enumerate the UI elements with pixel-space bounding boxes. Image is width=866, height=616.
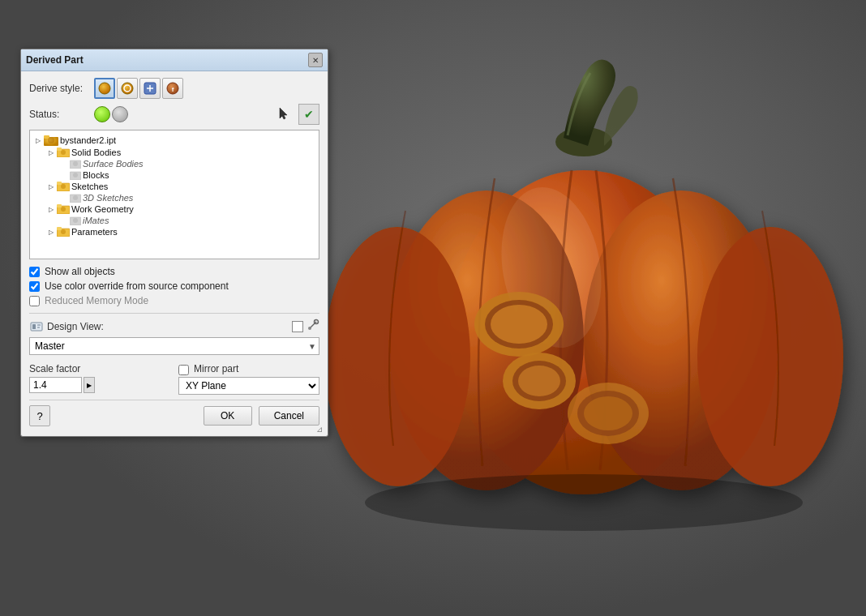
svg-rect-43 [57, 204, 62, 207]
mirror-part-label[interactable]: Mirror part [194, 363, 238, 374]
color-override-row: Use color override from source component [29, 280, 319, 292]
derive-style-btn-4[interactable]: f [162, 78, 183, 99]
help-button[interactable]: ? [29, 405, 50, 426]
accept-button[interactable]: ✔ [298, 104, 319, 125]
cancel-button[interactable]: Cancel [259, 406, 319, 426]
derived-part-dialog: Derived Part ✕ Derive style: [20, 49, 328, 437]
tree-label-surface-bodies: Surface Bodies [83, 159, 144, 169]
scale-input[interactable]: 1.4 [29, 377, 82, 393]
design-view-pin[interactable] [307, 319, 319, 334]
svg-point-19 [122, 83, 133, 94]
svg-point-44 [61, 207, 66, 212]
color-override-label[interactable]: Use color override from source component [45, 280, 229, 292]
tree-item-surface-bodies[interactable]: ▷ Surface Bodies [59, 158, 315, 169]
tree-label-parameters: Parameters [71, 227, 118, 237]
dialog-body: Derive style: [21, 71, 328, 436]
design-view-icon [29, 319, 44, 334]
svg-rect-51 [32, 324, 36, 329]
footer-actions: OK Cancel [204, 406, 319, 426]
svg-point-32 [61, 150, 66, 155]
resize-handle[interactable]: ⊿ [316, 425, 324, 433]
status-label: Status: [29, 109, 94, 120]
svg-rect-53 [37, 327, 40, 328]
svg-rect-48 [57, 227, 62, 230]
svg-rect-28 [44, 135, 49, 139]
svg-text:f: f [172, 86, 174, 93]
svg-point-36 [73, 173, 78, 178]
tree-item-blocks[interactable]: ▷ Blocks [59, 169, 315, 181]
tree-label-blocks: Blocks [83, 170, 109, 180]
reduced-memory-label[interactable]: Reduced Memory Mode [45, 295, 148, 306]
status-gray-indicator [112, 106, 128, 122]
derive-style-row: Derive style: [29, 78, 319, 99]
mirror-part-checkbox[interactable] [178, 365, 189, 375]
derive-style-label: Derive style: [29, 83, 94, 94]
tree-item-solid-bodies[interactable]: ▷ Solid Bodies [46, 147, 315, 158]
reduced-memory-row: Reduced Memory Mode [29, 295, 319, 306]
help-icon: ? [36, 410, 42, 422]
svg-point-17 [365, 474, 803, 531]
tree-view[interactable]: ▷ bystander2.ipt ▷ [29, 130, 319, 259]
sketches-expand-icon[interactable]: ▷ [46, 182, 56, 191]
scale-input-row: 1.4 ▶ [29, 377, 170, 393]
svg-rect-52 [37, 324, 41, 326]
design-view-dropdown[interactable]: Master [29, 337, 319, 355]
derive-style-btn-1[interactable] [94, 78, 115, 99]
tree-label-sketches: Sketches [71, 182, 108, 191]
tree-item-parameters[interactable]: ▷ Parameters [46, 226, 315, 237]
derive-style-btn-2[interactable] [117, 78, 138, 99]
svg-point-46 [73, 218, 78, 223]
mirror-header-row: Mirror part [178, 363, 319, 377]
svg-point-9 [491, 305, 547, 344]
status-right-controls: ✔ [274, 104, 319, 125]
mirror-dropdown-wrapper: XY Plane XZ Plane YZ Plane [178, 377, 319, 395]
tree-label-imates: iMates [83, 216, 109, 225]
tree-root-item[interactable]: ▷ bystander2.ipt [33, 134, 315, 147]
check-icon: ✔ [304, 108, 314, 121]
scale-mirror-section: Scale factor 1.4 ▶ Mirror part XY Plane … [29, 363, 319, 395]
svg-point-12 [518, 366, 560, 396]
work-geometry-expand-icon[interactable]: ▷ [46, 204, 56, 214]
scale-increment-button[interactable]: ▶ [84, 377, 95, 393]
svg-point-39 [61, 184, 66, 189]
tree-root-label: bystander2.ipt [60, 135, 116, 145]
tree-item-sketches[interactable]: ▷ Sketches [46, 181, 315, 192]
mirror-group: Mirror part XY Plane XZ Plane YZ Plane [178, 363, 319, 395]
parameters-expand-icon[interactable]: ▷ [46, 227, 56, 237]
reduced-memory-checkbox[interactable] [29, 296, 40, 306]
derive-style-toolbar: f [94, 78, 183, 99]
scale-label: Scale factor [29, 363, 170, 374]
color-override-checkbox[interactable] [29, 281, 40, 292]
mirror-dropdown[interactable]: XY Plane XZ Plane YZ Plane [178, 377, 319, 395]
design-view-dropdown-wrapper: Master ▼ [29, 337, 319, 355]
solid-bodies-expand-icon[interactable]: ▷ [46, 148, 56, 157]
options-section: Show all objects Use color override from… [29, 263, 319, 313]
svg-point-15 [584, 396, 632, 430]
design-view-header: Design View: [29, 319, 319, 334]
derive-style-btn-3[interactable] [139, 78, 161, 99]
svg-point-56 [308, 327, 311, 330]
tree-label-work-geometry: Work Geometry [71, 204, 134, 214]
status-green-indicator [94, 106, 110, 122]
root-expand-icon[interactable]: ▷ [33, 135, 43, 145]
svg-marker-26 [280, 108, 287, 119]
close-button[interactable]: ✕ [308, 53, 323, 67]
ok-button[interactable]: OK [204, 406, 252, 426]
status-group [94, 106, 128, 122]
design-view-checkbox[interactable] [292, 321, 303, 332]
dialog-title: Derived Part [26, 54, 84, 66]
tree-item-work-geometry[interactable]: ▷ Work Geometry [46, 203, 315, 215]
show-all-objects-checkbox[interactable] [29, 267, 40, 277]
show-all-objects-label[interactable]: Show all objects [45, 266, 115, 277]
tree-item-imates[interactable]: ▷ iMates [59, 215, 315, 226]
design-view-controls [292, 319, 319, 334]
show-all-objects-row: Show all objects [29, 266, 319, 277]
svg-point-18 [99, 83, 110, 94]
cursor-button[interactable] [274, 104, 295, 125]
svg-point-41 [73, 195, 78, 200]
dialog-titlebar: Derived Part ✕ [21, 49, 328, 71]
tree-label-3d-sketches: 3D Sketches [83, 193, 133, 203]
tree-item-3d-sketches[interactable]: ▷ 3D Sketches [59, 192, 315, 203]
status-row: Status: ✔ [29, 104, 319, 125]
dialog-footer: ? OK Cancel [29, 400, 319, 430]
